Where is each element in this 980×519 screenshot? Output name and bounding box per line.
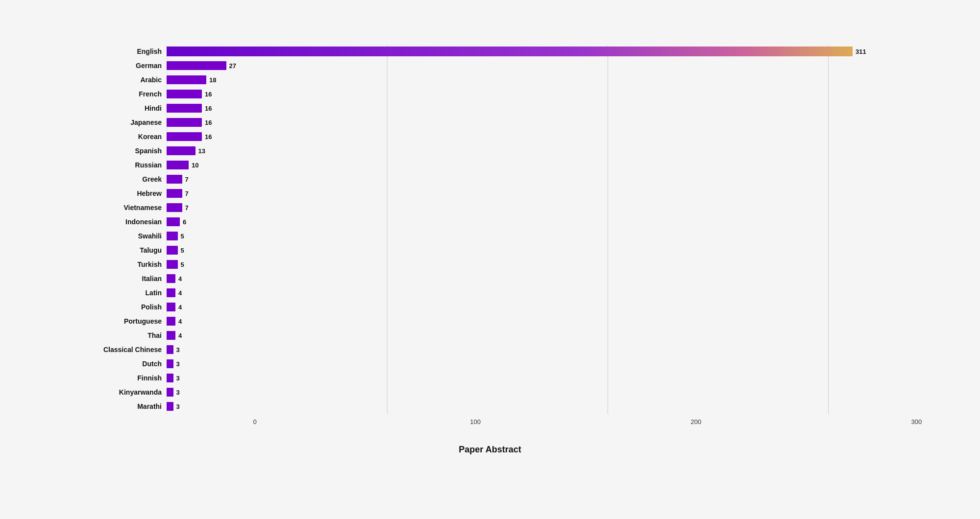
bar-section: 5 bbox=[167, 244, 902, 257]
x-tick: 200 bbox=[690, 418, 701, 425]
lang-label: Japanese bbox=[78, 118, 167, 126]
x-tick: 300 bbox=[911, 418, 922, 425]
bar-section: 16 bbox=[167, 102, 902, 115]
bar-value: 5 bbox=[181, 247, 184, 254]
svg-rect-4 bbox=[167, 47, 853, 56]
chart-row: Italian4 bbox=[78, 272, 902, 285]
lang-label: Classical Chinese bbox=[78, 346, 167, 354]
bar bbox=[167, 331, 175, 340]
bar bbox=[167, 317, 175, 326]
lang-label: German bbox=[78, 62, 167, 70]
bar-value: 16 bbox=[205, 105, 212, 112]
bar-value: 6 bbox=[183, 218, 186, 226]
lang-label: Portuguese bbox=[78, 317, 167, 325]
bar-value: 311 bbox=[856, 48, 866, 55]
lang-label: Vietnamese bbox=[78, 204, 167, 212]
lang-label: Spanish bbox=[78, 147, 167, 155]
lang-label: Turkish bbox=[78, 260, 167, 268]
bar bbox=[167, 345, 173, 354]
bar-value: 3 bbox=[176, 360, 180, 368]
bar bbox=[167, 374, 173, 382]
bar bbox=[167, 232, 178, 240]
bar-section: 10 bbox=[167, 159, 902, 172]
bar bbox=[167, 161, 189, 169]
bar bbox=[167, 61, 226, 70]
bar bbox=[167, 217, 180, 226]
bar-value: 3 bbox=[176, 403, 180, 410]
lang-label: Marathi bbox=[78, 402, 167, 410]
lang-label: Polish bbox=[78, 303, 167, 311]
bar-value: 4 bbox=[178, 304, 182, 311]
bar-value: 3 bbox=[176, 346, 180, 354]
chart-row: Spanish13 bbox=[78, 144, 902, 158]
bar-value: 18 bbox=[209, 76, 216, 84]
bar bbox=[167, 288, 175, 297]
bar-value: 4 bbox=[178, 289, 182, 297]
bar-section: 4 bbox=[167, 272, 902, 285]
lang-label: Finnish bbox=[78, 374, 167, 382]
bar bbox=[167, 75, 206, 84]
bar-section: 7 bbox=[167, 187, 902, 200]
bar bbox=[167, 132, 202, 141]
bar-section: 18 bbox=[167, 73, 902, 87]
bar bbox=[167, 104, 202, 113]
chart-row: Finnish3 bbox=[78, 372, 902, 385]
bar-value: 3 bbox=[176, 389, 180, 396]
bar-section: 16 bbox=[167, 116, 902, 129]
lang-label: Russian bbox=[78, 161, 167, 169]
chart-row: Russian10 bbox=[78, 159, 902, 172]
chart-row: Turkish5 bbox=[78, 258, 902, 271]
chart-row: Hebrew7 bbox=[78, 187, 902, 200]
bar-section: 4 bbox=[167, 286, 902, 300]
bar bbox=[167, 146, 196, 155]
bar-section: 6 bbox=[167, 215, 902, 229]
bar bbox=[167, 388, 173, 397]
bar-section: 4 bbox=[167, 301, 902, 314]
chart-row: English311 bbox=[78, 45, 902, 58]
lang-label: Greek bbox=[78, 175, 167, 183]
chart-row: Latin4 bbox=[78, 286, 902, 300]
lang-label: Indonesian bbox=[78, 218, 167, 226]
chart-row: French16 bbox=[78, 88, 902, 101]
bar bbox=[167, 260, 178, 269]
chart-row: Talugu5 bbox=[78, 244, 902, 257]
bar-value: 5 bbox=[181, 261, 184, 268]
chart-row: Portuguese4 bbox=[78, 315, 902, 328]
bar-section: 3 bbox=[167, 386, 902, 399]
bar-section: 7 bbox=[167, 201, 902, 214]
lang-label: Kinyarwanda bbox=[78, 388, 167, 396]
bar-section: 7 bbox=[167, 173, 902, 186]
bar bbox=[167, 90, 202, 98]
bar-section: 3 bbox=[167, 400, 902, 413]
rows-wrapper: English311German27Arabic18French16Hindi1… bbox=[78, 45, 902, 414]
chart-row: Dutch3 bbox=[78, 357, 902, 371]
bar-value: 16 bbox=[205, 133, 212, 141]
lang-label: Hebrew bbox=[78, 189, 167, 197]
lang-label: Italian bbox=[78, 275, 167, 283]
bar-section: 311 bbox=[167, 45, 902, 58]
bar bbox=[167, 118, 202, 127]
bar bbox=[167, 189, 182, 198]
bar bbox=[167, 359, 173, 368]
chart-row: Indonesian6 bbox=[78, 215, 902, 229]
bar-value: 4 bbox=[178, 332, 182, 339]
lang-label: Swahili bbox=[78, 232, 167, 240]
x-tick: 0 bbox=[253, 418, 256, 425]
lang-label: Arabic bbox=[78, 76, 167, 84]
bar-section: 3 bbox=[167, 343, 902, 356]
bar-section: 5 bbox=[167, 230, 902, 243]
bar bbox=[167, 274, 175, 283]
chart-row: German27 bbox=[78, 59, 902, 72]
bar-value: 16 bbox=[205, 119, 212, 126]
chart-title: Paper Abstract bbox=[78, 445, 902, 455]
bar-section: 3 bbox=[167, 357, 902, 371]
bar-value: 27 bbox=[229, 62, 236, 70]
x-tick: 100 bbox=[470, 418, 481, 425]
bar bbox=[167, 175, 182, 184]
bar-section: 16 bbox=[167, 130, 902, 143]
chart-row: Hindi16 bbox=[78, 102, 902, 115]
bar-section: 13 bbox=[167, 144, 902, 158]
bar-section: 3 bbox=[167, 372, 902, 385]
bar-section: 4 bbox=[167, 329, 902, 342]
lang-label: French bbox=[78, 90, 167, 98]
